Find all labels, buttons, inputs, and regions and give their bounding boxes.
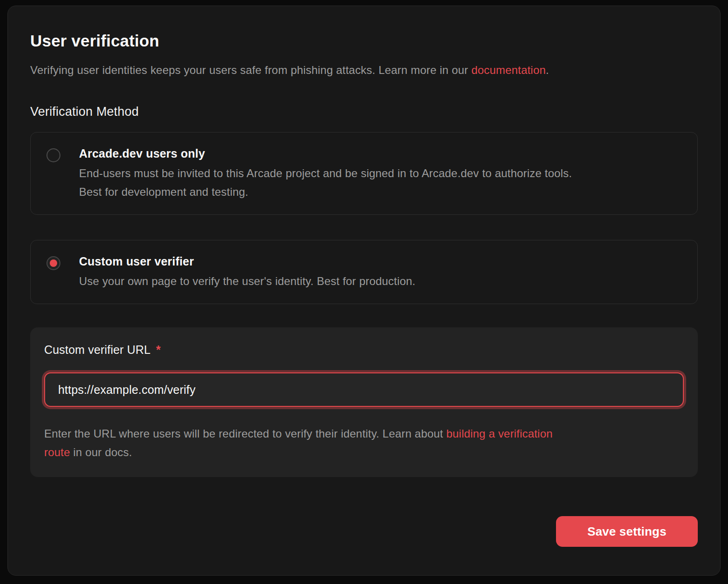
subtitle-text: Verifying user identities keeps your use… (30, 64, 471, 76)
option-description-arcade-users-only: End-users must be invited to this Arcade… (79, 164, 572, 201)
verification-method-heading: Verification Method (30, 104, 698, 119)
custom-verifier-url-panel: Custom verifier URL * Enter the URL wher… (30, 327, 698, 477)
radio-selected-dot (50, 259, 57, 267)
verification-route-link-line1: building a verification (446, 427, 553, 440)
option-card-custom-user-verifier[interactable]: Custom user verifier Use your own page t… (30, 240, 698, 304)
save-settings-button[interactable]: Save settings (556, 516, 698, 547)
help-text: Enter the URL where users will be redire… (44, 427, 446, 440)
option-card-arcade-users-only[interactable]: Arcade.dev users only End-users must be … (30, 132, 698, 215)
page-subtitle: Verifying user identities keeps your use… (30, 63, 698, 78)
custom-verifier-url-help: Enter the URL where users will be redire… (44, 425, 684, 462)
option-label-custom-user-verifier: Custom user verifier (79, 253, 416, 269)
radio-arcade-users-only[interactable] (46, 148, 60, 162)
verification-route-link-line2: route (44, 446, 70, 458)
subtitle-period: . (546, 64, 549, 76)
option-description-line: End-users must be invited to this Arcade… (79, 164, 572, 183)
actions-row: Save settings (30, 516, 698, 547)
required-asterisk: * (156, 343, 161, 357)
option-body: Arcade.dev users only End-users must be … (79, 146, 572, 201)
page-title: User verification (30, 31, 698, 51)
custom-verifier-url-label: Custom verifier URL (44, 343, 151, 357)
radio-custom-user-verifier[interactable] (46, 256, 60, 270)
custom-verifier-url-label-row: Custom verifier URL * (44, 343, 684, 357)
documentation-link[interactable]: documentation (471, 64, 546, 76)
user-verification-settings-card: User verification Verifying user identit… (7, 6, 721, 576)
custom-verifier-url-input[interactable] (44, 372, 684, 407)
option-body: Custom user verifier Use your own page t… (79, 253, 416, 291)
option-description-line: Best for development and testing. (79, 183, 572, 201)
option-label-arcade-users-only: Arcade.dev users only (79, 146, 572, 161)
option-description-custom-user-verifier: Use your own page to verify the user's i… (79, 272, 416, 291)
option-description-line: Use your own page to verify the user's i… (79, 272, 416, 291)
help-text-end: in our docs. (70, 446, 132, 458)
